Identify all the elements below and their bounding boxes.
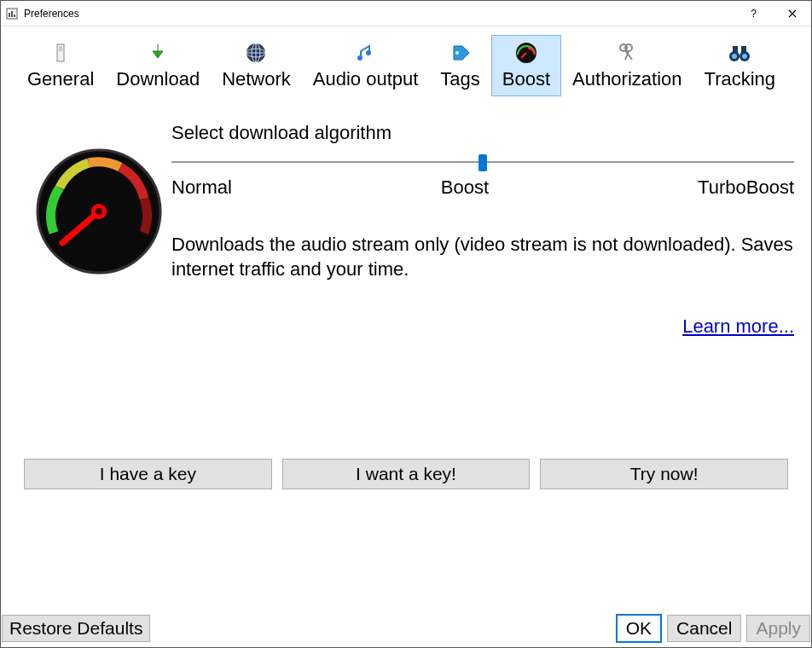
network-icon bbox=[242, 39, 270, 67]
want-key-button[interactable]: I want a key! bbox=[282, 459, 531, 489]
tab-download[interactable]: Download bbox=[105, 35, 211, 96]
close-button[interactable] bbox=[773, 2, 811, 26]
tab-label: Download bbox=[116, 68, 200, 90]
slider-thumb[interactable] bbox=[478, 154, 487, 171]
slider-label-turbo: TurboBoost bbox=[698, 176, 794, 199]
tab-label: Audio output bbox=[313, 68, 419, 90]
app-icon bbox=[5, 7, 19, 20]
ok-button[interactable]: OK bbox=[616, 614, 662, 643]
boost-icon bbox=[513, 39, 540, 67]
cancel-button[interactable]: Cancel bbox=[667, 615, 741, 642]
footer-bar: Restore Defaults OK Cancel Apply bbox=[2, 614, 810, 643]
tab-tags[interactable]: Tags bbox=[429, 35, 490, 96]
keys-icon bbox=[613, 39, 641, 67]
svg-rect-23 bbox=[741, 46, 746, 55]
binoculars-icon bbox=[726, 39, 753, 67]
svg-rect-1 bbox=[9, 13, 10, 17]
svg-point-13 bbox=[455, 51, 459, 55]
tab-bar: General Download Network Audio output Ta… bbox=[1, 26, 811, 96]
svg-point-25 bbox=[742, 54, 747, 59]
tag-icon bbox=[447, 39, 474, 67]
audio-icon bbox=[352, 39, 380, 67]
tab-label: Boost bbox=[502, 68, 550, 90]
section-heading: Select download algorithm bbox=[171, 122, 794, 144]
tab-authorization[interactable]: Authorization bbox=[561, 35, 693, 96]
tab-label: Authorization bbox=[572, 68, 682, 90]
license-button-row: I have a key I want a key! Try now! bbox=[24, 459, 788, 489]
tab-audio-output[interactable]: Audio output bbox=[302, 35, 430, 96]
algorithm-description: Downloads the audio stream only (video s… bbox=[171, 233, 794, 281]
tab-general[interactable]: General bbox=[16, 35, 105, 96]
svg-point-30 bbox=[96, 208, 102, 215]
slider-labels: Normal Boost TurboBoost bbox=[171, 176, 794, 199]
svg-point-11 bbox=[357, 55, 362, 61]
have-key-button[interactable]: I have a key bbox=[24, 459, 272, 489]
slider-label-boost: Boost bbox=[441, 176, 489, 199]
tab-boost[interactable]: Boost bbox=[491, 35, 561, 96]
titlebar: Preferences ? bbox=[1, 1, 811, 26]
try-now-button[interactable]: Try now! bbox=[540, 459, 788, 489]
tab-label: Network bbox=[222, 68, 291, 90]
svg-rect-22 bbox=[733, 46, 738, 55]
gauge-illustration bbox=[35, 148, 163, 275]
tab-label: Tags bbox=[440, 68, 479, 90]
svg-rect-5 bbox=[59, 46, 62, 51]
restore-defaults-button[interactable]: Restore Defaults bbox=[2, 615, 150, 642]
svg-point-24 bbox=[732, 54, 737, 59]
window-title: Preferences bbox=[24, 8, 734, 20]
tab-label: General bbox=[27, 68, 94, 90]
svg-rect-2 bbox=[11, 11, 13, 17]
general-icon bbox=[47, 39, 74, 67]
tab-tracking[interactable]: Tracking bbox=[693, 35, 787, 96]
learn-more-link[interactable]: Learn more... bbox=[682, 315, 794, 337]
slider-label-normal: Normal bbox=[171, 176, 232, 199]
apply-button[interactable]: Apply bbox=[746, 615, 810, 642]
help-button[interactable]: ? bbox=[734, 2, 773, 26]
svg-point-12 bbox=[366, 50, 371, 55]
svg-rect-3 bbox=[14, 14, 15, 17]
content-area: Select download algorithm Normal Boost T… bbox=[1, 96, 811, 338]
tab-network[interactable]: Network bbox=[211, 35, 302, 96]
download-icon bbox=[144, 39, 171, 67]
tab-label: Tracking bbox=[705, 68, 776, 90]
algorithm-slider[interactable] bbox=[171, 161, 794, 163]
